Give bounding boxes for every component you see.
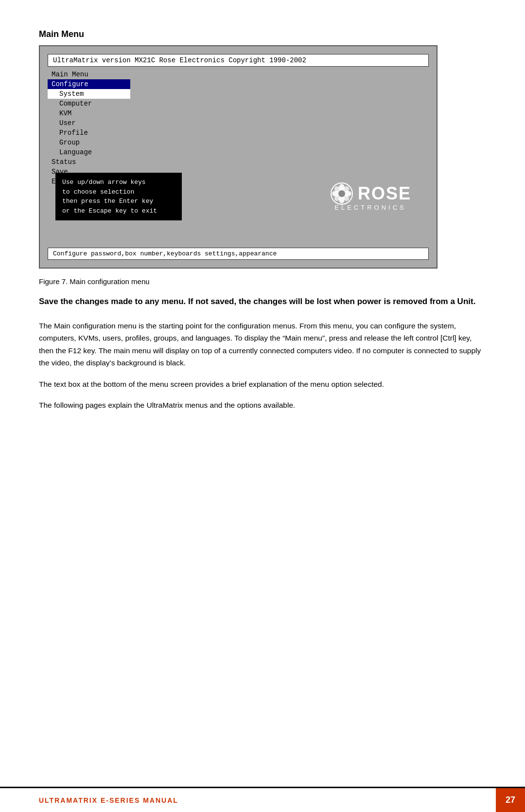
footer-title-area: ULTRAMATRIX E-SERIES MANUAL <box>0 788 496 812</box>
menu-item: Main Menu <box>48 70 130 79</box>
page-footer: ULTRAMATRIX E-SERIES MANUAL 27 <box>0 787 525 812</box>
menu-item: System <box>48 89 130 99</box>
menu-item: KVM <box>48 108 130 118</box>
menu-item: Profile <box>48 128 130 138</box>
instruction-line: to choose selection <box>62 187 175 197</box>
menu-item: Language <box>48 147 130 157</box>
configure-bar: Configure password,box number,keyboards … <box>48 248 429 260</box>
rose-flower-icon <box>330 181 354 206</box>
footer-page-number: 27 <box>496 788 525 812</box>
menu-area: Main MenuConfigureSystemComputerKVMUserP… <box>48 70 429 186</box>
version-bar: UltraMatrix version MX21C Rose Electroni… <box>48 54 429 67</box>
instruction-line: then press the Enter key <box>62 197 175 206</box>
menu-item: Configure <box>48 79 130 89</box>
body-paragraph-2: The text box at the bottom of the menu s… <box>39 378 486 391</box>
rose-brand-text: ROSE <box>358 183 411 204</box>
svg-point-9 <box>338 190 345 197</box>
instruction-box: Use up/down arrow keysto choose selectio… <box>55 173 182 220</box>
warning-text: Save the changes made to any menu. If no… <box>39 295 486 308</box>
section-heading: Main Menu <box>39 29 486 39</box>
bottom-row: Use up/down arrow keysto choose selectio… <box>48 191 429 245</box>
body-paragraph-3: The following pages explain the UltraMat… <box>39 399 486 412</box>
menu-item: User <box>48 118 130 128</box>
rose-electronics-text: ELECTRONICS <box>334 204 406 211</box>
menu-item: Computer <box>48 99 130 108</box>
instruction-line: Use up/down arrow keys <box>62 178 175 187</box>
screenshot-container: UltraMatrix version MX21C Rose Electroni… <box>39 45 438 269</box>
menu-item: Status <box>48 157 130 167</box>
body-paragraph-1: The Main configuration menu is the start… <box>39 320 486 369</box>
instruction-line: or the Escape key to exit <box>62 206 175 216</box>
rose-logo: ROSE ELECTRONICS <box>330 181 411 211</box>
footer-manual-title: ULTRAMATRIX E-SERIES MANUAL <box>39 796 178 804</box>
figure-caption: Figure 7. Main configuration menu <box>39 277 486 286</box>
logo-area: ROSE ELECTRONICS <box>322 172 419 220</box>
menu-item: Group <box>48 138 130 147</box>
